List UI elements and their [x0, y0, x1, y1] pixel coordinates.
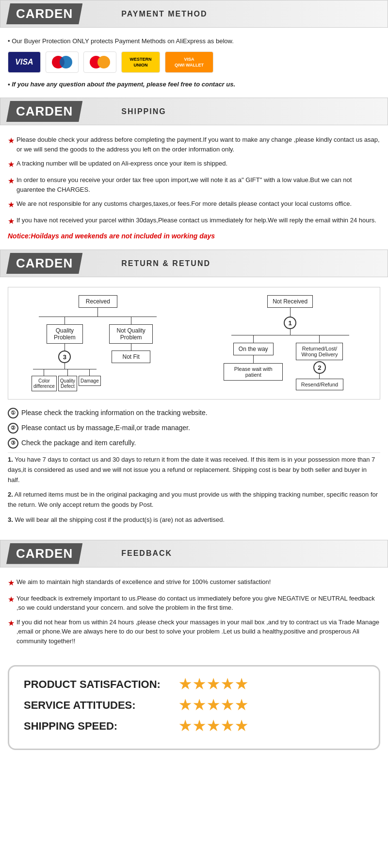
- quality-problem-box: QualityProblem: [47, 324, 83, 344]
- please-wait-box: Please wait with patient: [224, 363, 283, 381]
- not-received-box: Not Received: [267, 295, 313, 308]
- qiwi-icon: VISAQIWI WALLET: [165, 51, 213, 73]
- instruction-2: ② Please contact us by massage,E-mail,or…: [8, 422, 380, 434]
- feedback-item-2: ★ Your feedback is extremely important t…: [8, 594, 380, 613]
- western-union-icon: WESTERNUNION: [121, 51, 160, 73]
- star-8: ★: [207, 697, 219, 713]
- instruction-1: ① Please check the tracking information …: [8, 407, 380, 418]
- shipping-item-3: ★ In order to ensure you receive your or…: [8, 175, 380, 194]
- shipping-title: SHIPPING: [121, 107, 166, 116]
- service-attitudes-label: SERVICE ATTITUDES:: [24, 699, 179, 712]
- feedback-title: FEEDBACK: [121, 549, 172, 558]
- star-12: ★: [193, 718, 205, 734]
- brand-tag-shipping: CARDEN: [6, 101, 82, 122]
- payment-title: PAYMENT METHOD: [121, 10, 207, 18]
- shipping-item-2: ★ A tracking number will be updated on A…: [8, 159, 380, 170]
- product-stars: ★ ★ ★ ★ ★: [179, 676, 247, 692]
- color-difference-box: Colordifference: [32, 376, 57, 391]
- brand-tag-return: CARDEN: [6, 253, 82, 274]
- not-quality-problem-box: Not QualityProblem: [109, 324, 153, 344]
- product-satisfaction-label: PRODUCT SATISFACTION:: [24, 678, 179, 691]
- star-7: ★: [193, 697, 205, 713]
- shipping-section-header: CARDEN SHIPPING: [0, 98, 388, 125]
- return-numbered-3: 3. We will bear all the shipping cost if…: [8, 515, 380, 525]
- star-11: ★: [179, 718, 191, 734]
- instruction-circle-1: ①: [8, 408, 18, 418]
- star-5: ★: [235, 676, 247, 692]
- return-numbered-1: 1. You have 7 days to contact us and 30 …: [8, 455, 380, 485]
- circle-3: 3: [58, 351, 71, 363]
- buyer-protection-text: • Our Buyer Protection ONLY protects Pay…: [8, 37, 380, 45]
- brand-tag-feedback: CARDEN: [6, 543, 82, 564]
- star-bullet-2: ★: [8, 159, 15, 170]
- on-the-way-box: On the way: [233, 343, 274, 355]
- resend-refund-box: Resend/Refund: [296, 379, 343, 390]
- feedback-star-2: ★: [8, 594, 15, 605]
- satisfaction-box: PRODUCT SATISFACTION: ★ ★ ★ ★ ★ SERVICE …: [8, 665, 380, 750]
- instruction-3: ③ Check the package and item carefully.: [8, 437, 380, 449]
- shipping-item-1: ★ Please double check your address befor…: [8, 135, 380, 154]
- feedback-item-3: ★ If you did not hear from us within 24 …: [8, 618, 380, 646]
- payment-section: • Our Buyer Protection ONLY protects Pay…: [0, 33, 388, 98]
- shipping-item-5: ★ If you have not received your parcel w…: [8, 216, 380, 227]
- star-15: ★: [235, 718, 247, 734]
- star-bullet-1: ★: [8, 135, 15, 147]
- shipping-notice: Notice:Hoildays and weekends are not inc…: [8, 232, 380, 240]
- star-4: ★: [221, 676, 233, 692]
- shipping-stars: ★ ★ ★ ★ ★: [179, 718, 247, 734]
- service-stars: ★ ★ ★ ★ ★: [179, 697, 247, 713]
- maestro-icon: [46, 51, 79, 73]
- shipping-speed-label: SHIPPING SPEED:: [24, 720, 179, 733]
- circle-1: 1: [284, 317, 296, 329]
- satisfaction-row-product: PRODUCT SATISFACTION: ★ ★ ★ ★ ★: [24, 676, 364, 692]
- damage-box: Damage: [79, 376, 101, 386]
- mastercard-icon: [83, 51, 116, 73]
- return-section: Received QualityProblem 3: [0, 282, 388, 540]
- star-14: ★: [221, 718, 233, 734]
- received-box: Received: [79, 295, 117, 308]
- star-bullet-5: ★: [8, 216, 15, 227]
- instruction-circle-3: ③: [8, 438, 18, 449]
- brand-tag-payment: CARDEN: [6, 3, 82, 24]
- circle-2: 2: [313, 361, 326, 374]
- return-section-header: CARDEN RETURN & RETUND: [0, 250, 388, 277]
- feedback-section-header: CARDEN FEEDBACK: [0, 540, 388, 568]
- star-bullet-4: ★: [8, 199, 15, 211]
- returned-lost-box: Returned/Lost/Wrong Delivery: [296, 343, 343, 360]
- star-2: ★: [193, 676, 205, 692]
- instruction-circle-2: ②: [8, 423, 18, 434]
- shipping-section: ★ Please double check your address befor…: [0, 130, 388, 250]
- return-flowchart: Received QualityProblem 3: [8, 287, 380, 400]
- visa-icon: VISA: [8, 51, 41, 73]
- star-bullet-3: ★: [8, 175, 15, 187]
- payment-section-header: CARDEN PAYMENT METHOD: [0, 0, 388, 28]
- star-9: ★: [221, 697, 233, 713]
- not-fit-box: Not Fit: [112, 351, 150, 363]
- return-numbered-2: 2. All returned items must be in the ori…: [8, 490, 380, 510]
- return-title: RETURN & RETUND: [121, 259, 210, 268]
- feedback-section: ★ We aim to maintain high standards of e…: [0, 572, 388, 661]
- feedback-star-3: ★: [8, 618, 15, 629]
- star-6: ★: [179, 697, 191, 713]
- star-10: ★: [235, 697, 247, 713]
- star-13: ★: [207, 718, 219, 734]
- satisfaction-row-shipping: SHIPPING SPEED: ★ ★ ★ ★ ★: [24, 718, 364, 734]
- feedback-star-1: ★: [8, 577, 15, 589]
- star-3: ★: [207, 676, 219, 692]
- quality-defect-box: QualityDefect: [58, 376, 77, 391]
- payment-note: • If you have any question about the pay…: [8, 81, 380, 88]
- star-1: ★: [179, 676, 191, 692]
- feedback-item-1: ★ We aim to maintain high standards of e…: [8, 577, 380, 589]
- satisfaction-row-service: SERVICE ATTITUDES: ★ ★ ★ ★ ★: [24, 697, 364, 713]
- shipping-item-4: ★ We are not responsible for any customs…: [8, 199, 380, 211]
- payment-icons-row: VISA WESTERNUNION VISAQIWI WALLET: [8, 51, 380, 73]
